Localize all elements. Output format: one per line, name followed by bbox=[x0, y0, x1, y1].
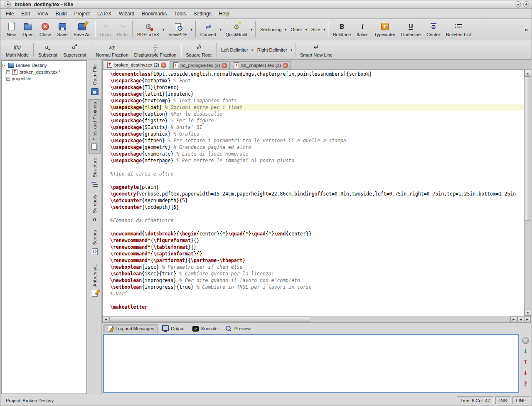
scroll-down-icon[interactable]: ▼ bbox=[525, 309, 531, 316]
menu-help[interactable]: Help bbox=[215, 10, 233, 18]
menu-edit[interactable]: Edit bbox=[17, 10, 34, 18]
menu-settings[interactable]: Settings bbox=[190, 10, 215, 18]
save-button[interactable]: Save bbox=[54, 20, 71, 39]
scroll-up-icon[interactable]: ▲ bbox=[525, 70, 531, 77]
close-tab-icon[interactable]: × bbox=[222, 63, 227, 68]
editor-tab-broken-destiny-tex-2[interactable]: broken_destiny.tex (2)× bbox=[104, 60, 169, 69]
code-line[interactable]: \usepackage{geometry} % Grandezza pagina… bbox=[110, 144, 524, 151]
math-mode-button[interactable]: Math Mode bbox=[3, 41, 32, 58]
code-line[interactable]: \usepackage{SIunits} % Unita' SI bbox=[110, 124, 524, 131]
code-line[interactable]: \newboolean{iscc} % Parametro per if the… bbox=[110, 264, 524, 270]
next-error-icon[interactable] bbox=[522, 347, 529, 355]
smart-new-line-button[interactable]: Smart New Line bbox=[297, 41, 335, 58]
code-line[interactable]: \usepackage{float} % Opzioni extra per i… bbox=[110, 104, 524, 111]
code-line[interactable]: \usepackage{textcomp} % Text Companion f… bbox=[110, 97, 524, 104]
save-as-button[interactable]: Save As bbox=[71, 20, 93, 39]
subscript-button[interactable]: Subscript bbox=[35, 41, 60, 58]
code-line[interactable]: \renewcommand*{\partformat}{\partname~\t… bbox=[110, 257, 524, 264]
menu-tools[interactable]: Tools bbox=[170, 10, 190, 18]
code-line[interactable]: % Vari bbox=[110, 290, 524, 297]
code-line[interactable]: \setboolean{inprogress}{true} % Cambiare… bbox=[110, 284, 524, 290]
code-line[interactable] bbox=[110, 297, 524, 304]
code-line[interactable]: \pagestyle{plain} bbox=[110, 184, 524, 191]
titlebar[interactable]: broken_destiny.tex - Kile ▾ bbox=[0, 0, 532, 9]
previous-warning-icon[interactable] bbox=[522, 358, 529, 366]
code-line[interactable]: \newboolean{inprogress} % Per dire quand… bbox=[110, 277, 524, 284]
code-line[interactable]: \makeatletter bbox=[110, 304, 524, 310]
quickbuild-button[interactable]: QuickBuild▾ bbox=[222, 20, 254, 39]
code-line[interactable]: \renewcommand*{\captionformat}{} bbox=[110, 250, 524, 257]
code-line[interactable]: \usepackage{enumerate} % Liste di liste … bbox=[110, 151, 524, 157]
tree-expander-icon[interactable]: + bbox=[6, 77, 10, 81]
horizontal-scroll-thumb[interactable] bbox=[109, 317, 310, 322]
scroll-right-icon[interactable]: ▶ bbox=[510, 316, 517, 323]
window-menu-button[interactable] bbox=[5, 1, 11, 7]
shade-button[interactable]: ▾ bbox=[515, 1, 521, 7]
stop-icon[interactable] bbox=[522, 337, 529, 344]
code-line[interactable]: \newcommand{\dotsbreak}{\begin{center}{*… bbox=[110, 230, 524, 237]
sidebar-tab-structure[interactable]: Structure bbox=[89, 155, 101, 191]
code-line[interactable]: \usepackage{T1}{fontenc} bbox=[110, 84, 524, 91]
menu-project[interactable]: Project bbox=[71, 10, 94, 18]
code-line[interactable]: \usepackage{figsize} % Per le figure bbox=[110, 117, 524, 124]
code-line[interactable] bbox=[110, 177, 524, 184]
code-line[interactable] bbox=[110, 210, 524, 217]
menu-file[interactable]: File bbox=[2, 10, 17, 18]
tab-scroll-left-icon[interactable]: ◀ bbox=[517, 316, 524, 323]
sidebar-tab-abbreviat[interactable]: Abbreviat... bbox=[89, 259, 101, 300]
code-line[interactable]: %Comandi da ridefinire bbox=[110, 217, 524, 224]
code-line[interactable] bbox=[110, 224, 524, 230]
sidebar-tab-open-file[interactable]: Open File bbox=[89, 61, 101, 98]
superscript-button[interactable]: Superscript bbox=[60, 41, 89, 58]
code-line[interactable]: \renewcommand*{\tableformat}{} bbox=[110, 244, 524, 250]
sidebar-tab-files-and-projects[interactable]: Files and Projects bbox=[89, 99, 101, 154]
left-delimiter-button[interactable]: Left Delimiter▾ bbox=[218, 41, 254, 58]
size-button[interactable]: Size▾ bbox=[308, 20, 326, 39]
toolbar-overflow-icon[interactable]: » bbox=[523, 26, 529, 33]
right-delimiter-button[interactable]: Right Delimiter▾ bbox=[254, 41, 293, 58]
tree-item[interactable]: +broken_destiny.tex * bbox=[6, 69, 86, 75]
code-line[interactable]: \setboolean{iscc}{true} % Cambiare quest… bbox=[110, 270, 524, 277]
new-button[interactable]: New bbox=[3, 20, 20, 39]
vertical-scroll-track[interactable] bbox=[525, 77, 531, 309]
code-line[interactable]: \usepackage{mathptmx} % Font bbox=[110, 77, 524, 84]
square-root-button[interactable]: Square Root bbox=[183, 41, 214, 58]
center-button[interactable]: Center bbox=[424, 20, 443, 39]
open-button[interactable]: Open bbox=[20, 20, 37, 39]
bottom-tab-output[interactable]: Output bbox=[159, 324, 188, 333]
bottom-tab-preview[interactable]: Preview bbox=[222, 324, 254, 333]
menu-wizard[interactable]: Wizard bbox=[115, 10, 138, 18]
displaystyle-fraction-button[interactable]: Displaystyle Fraction bbox=[131, 41, 179, 58]
code-line[interactable]: \renewcommand*{\figureformat}{} bbox=[110, 237, 524, 244]
code-line[interactable]: \usepackage{latin1}{inputenc} bbox=[110, 91, 524, 97]
sidebar-tab-symbols[interactable]: Symbols bbox=[89, 192, 101, 226]
scroll-left-icon[interactable]: ◀ bbox=[103, 316, 109, 323]
close-button[interactable]: Close bbox=[37, 20, 54, 39]
editor-tab-bd-prologue-tex-2[interactable]: bd_prologue.tex (2)× bbox=[170, 61, 230, 69]
italics-button[interactable]: Italics bbox=[354, 20, 371, 39]
viewpdf-button[interactable]: ViewPDF▾ bbox=[165, 20, 194, 39]
code-line[interactable] bbox=[110, 164, 524, 171]
boldface-button[interactable]: Boldface bbox=[330, 20, 354, 39]
tab-scroll-right-icon[interactable]: ▶ bbox=[524, 316, 531, 323]
horizontal-scrollbar[interactable]: ◀ ▶ ◀ ▶ bbox=[103, 316, 531, 322]
menu-view[interactable]: View bbox=[34, 10, 52, 18]
code-line[interactable]: \usepackage{ifthen} % Per settare i para… bbox=[110, 137, 524, 144]
sectioning-button[interactable]: Sectioning▾ bbox=[257, 20, 288, 39]
code-line[interactable]: \usepackage{graphicx} % Grafica bbox=[110, 131, 524, 137]
editor-tab-bd-chapter1-tex-2[interactable]: bd_chapter1.tex (2)× bbox=[231, 61, 291, 69]
code-line[interactable]: \usepackage{afterpage} % Per mettere le … bbox=[110, 157, 524, 164]
menu-latex[interactable]: LaTeX bbox=[94, 10, 115, 18]
code-line[interactable]: \geometry{verbose,pdftex,paperwidth=15.2… bbox=[110, 191, 524, 197]
tree-root-item[interactable]: -Broken Destiny bbox=[2, 62, 86, 69]
bottom-tab-konsole[interactable]: Konsole bbox=[189, 324, 221, 333]
other-button[interactable]: Other▾ bbox=[288, 20, 308, 39]
vertical-scrollbar[interactable]: ▲ ▼ bbox=[524, 70, 531, 316]
tree-expander-icon[interactable]: - bbox=[2, 64, 6, 67]
bulleted-list-button[interactable]: Bulleted List bbox=[443, 20, 474, 39]
convert-button[interactable]: Convert▾ bbox=[197, 20, 223, 39]
menu-build[interactable]: Build bbox=[52, 10, 71, 18]
code-line[interactable]: \documentclass[10pt,twoside,english,norm… bbox=[110, 71, 524, 77]
bottom-tab-log-and-messages[interactable]: Log and Messages bbox=[103, 324, 158, 333]
typewriter-button[interactable]: Typewriter bbox=[371, 20, 398, 39]
